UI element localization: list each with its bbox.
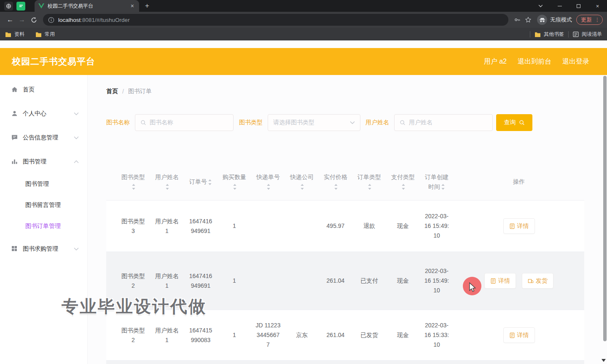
user-name-input[interactable]: 用户姓名: [394, 114, 493, 131]
column-header-paid-price[interactable]: 实付价格: [319, 172, 352, 192]
bookmark-star-icon[interactable]: [523, 14, 534, 25]
cell-courier: [285, 224, 319, 229]
reading-list[interactable]: 阅读清单: [573, 31, 602, 38]
column-header-quantity[interactable]: 购买数量: [218, 172, 251, 192]
window-close-button[interactable]: ×: [588, 0, 607, 12]
column-header-created-time[interactable]: 订单创建时间: [420, 172, 454, 192]
column-header-actions: 操作: [454, 177, 584, 187]
sidebar-item-book-mgmt[interactable]: 图书管理: [0, 150, 87, 174]
cell-book-type: 图书类型2: [116, 323, 150, 348]
sort-caret-icon[interactable]: [131, 183, 136, 190]
cell-tracking-no: [251, 224, 285, 229]
mouse-cursor-icon: [468, 282, 477, 293]
sort-caret-icon[interactable]: [164, 183, 169, 190]
message-icon: [11, 134, 18, 141]
incognito-icon: [537, 15, 547, 25]
sort-caret-icon[interactable]: [299, 183, 304, 190]
new-tab-button[interactable]: +: [145, 2, 149, 10]
breadcrumb-home[interactable]: 首页: [106, 88, 118, 95]
other-bookmarks[interactable]: 其他书签: [534, 31, 564, 38]
search-button[interactable]: 查询: [496, 114, 532, 131]
column-header-tracking-no[interactable]: 快递单号: [251, 172, 285, 192]
detail-button[interactable]: 详情: [484, 273, 516, 289]
sort-caret-icon[interactable]: [440, 183, 445, 190]
tab-search-chevron-icon[interactable]: [531, 0, 550, 12]
app-title: 校园二手书交易平台: [12, 56, 95, 67]
cell-user-name: 用户姓名1: [150, 269, 184, 293]
address-bar[interactable]: localhost:8081/#/tushuOrder: [43, 14, 508, 26]
chevron-down-icon: [74, 112, 79, 115]
sidebar: 首页个人中心公告信息管理图书管理图书管理图书留言管理图书订单管理图书求购管理: [0, 75, 88, 364]
sidebar-item-profile[interactable]: 个人中心: [0, 102, 87, 126]
column-header-book-type[interactable]: 图书类型: [116, 172, 150, 192]
scrollbar-down-arrow-icon[interactable]: [602, 359, 606, 362]
bookmark-folder-changyong[interactable]: 常用: [35, 31, 55, 38]
page-info-icon[interactable]: [48, 17, 54, 23]
ship-button[interactable]: 发货: [522, 273, 553, 289]
sort-caret-icon[interactable]: [232, 183, 237, 190]
column-header-courier[interactable]: 快递公司: [285, 172, 319, 192]
column-header-pay-type[interactable]: 支付类型: [386, 172, 420, 192]
browser-toolbar: ← → localhost:8081/#/tushuOrder 无痕模式 更新 …: [0, 12, 607, 28]
kebab-menu-icon[interactable]: ⋮: [595, 17, 600, 23]
scrollbar-thumb[interactable]: [603, 76, 607, 341]
header-link-logout[interactable]: 退出登录: [562, 57, 589, 66]
filter-label-book-name: 图书名称: [106, 119, 130, 126]
book-type-select[interactable]: 请选择图书类型: [268, 114, 360, 131]
detail-button[interactable]: 详情: [503, 218, 535, 234]
chevron-up-icon: [74, 160, 79, 163]
orders-table: 图书类型用户姓名订单号购买数量快递单号快递公司实付价格订单类型支付类型订单创建时…: [106, 163, 584, 364]
bookmarks-bar: 资料 常用 其他书签 阅读清单: [0, 28, 607, 40]
sort-caret-icon[interactable]: [400, 183, 406, 190]
sidebar-subitem-book-mgmt-sub[interactable]: 图书管理: [0, 174, 87, 195]
grid-icon: [11, 245, 18, 252]
sort-caret-icon[interactable]: [367, 183, 372, 190]
detail-icon: [490, 278, 496, 284]
home-icon: [11, 86, 18, 93]
key-icon[interactable]: [512, 14, 523, 25]
header-link-exit-to-front[interactable]: 退出到前台: [518, 57, 551, 66]
sort-caret-icon[interactable]: [266, 183, 271, 190]
cell-tracking-no: JD 1122334456677: [251, 318, 285, 352]
cell-actions: 详情: [454, 218, 584, 234]
cell-pay-type: 现金: [386, 273, 420, 288]
header-nav: 用户 a2退出到前台退出登录: [484, 57, 595, 66]
forward-button[interactable]: →: [16, 14, 28, 26]
column-header-order-no[interactable]: 订单号: [184, 177, 218, 187]
reload-button[interactable]: [28, 14, 40, 26]
browser-tab[interactable]: 校园二手书交易平台 ×: [35, 0, 139, 12]
sidebar-subitem-book-message-mgmt[interactable]: 图书留言管理: [0, 195, 87, 216]
sort-caret-icon[interactable]: [333, 183, 338, 190]
back-button[interactable]: ←: [4, 14, 16, 26]
cell-book-type: 图书类型3: [116, 214, 150, 238]
update-button[interactable]: 更新 ⋮: [576, 15, 603, 25]
window-restore-button[interactable]: [569, 0, 588, 12]
search-icon: [400, 120, 406, 126]
detail-button[interactable]: 详情: [503, 327, 535, 343]
sort-caret-icon[interactable]: [207, 178, 212, 185]
bookmark-folder-ziliao[interactable]: 资料: [5, 31, 24, 38]
browser-tab-strip: 校园二手书交易平台 × + ×: [0, 0, 607, 12]
detail-icon: [509, 332, 515, 338]
table-row: 图书类型3用户姓名116474169496911495.97退款现金2022-0…: [106, 201, 584, 252]
book-name-input[interactable]: 图书名称: [135, 114, 234, 131]
column-header-user-name[interactable]: 用户姓名: [150, 172, 184, 192]
ship-icon: [528, 278, 534, 284]
sidebar-item-book-demand-mgmt[interactable]: 图书求购管理: [0, 237, 87, 261]
table-header-row: 图书类型用户姓名订单号购买数量快递单号快递公司实付价格订单类型支付类型订单创建时…: [106, 163, 584, 201]
sidebar-item-home[interactable]: 首页: [0, 78, 87, 102]
notes-icon[interactable]: [16, 2, 25, 11]
breadcrumb: 首页 / 图书订单: [106, 88, 584, 95]
cell-order-no: 1647415990083: [184, 323, 218, 348]
tab-close-icon[interactable]: ×: [129, 3, 135, 9]
globe-icon[interactable]: [4, 2, 13, 11]
sidebar-subitem-book-order-mgmt[interactable]: 图书订单管理: [0, 216, 87, 237]
window-minimize-button[interactable]: [550, 0, 569, 12]
incognito-badge: 无痕模式: [537, 15, 572, 25]
header-link-current-user[interactable]: 用户 a2: [484, 57, 507, 66]
search-icon: [519, 120, 525, 126]
column-header-order-type[interactable]: 订单类型: [352, 172, 386, 192]
sidebar-item-notice-mgmt[interactable]: 公告信息管理: [0, 126, 87, 150]
user-icon: [11, 110, 18, 117]
filter-label-user-name: 用户姓名: [365, 119, 389, 126]
